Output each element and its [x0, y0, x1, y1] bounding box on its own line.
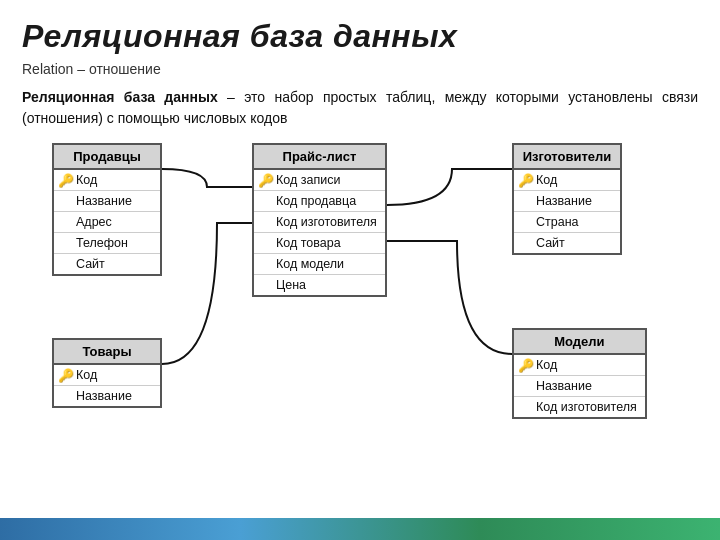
- table-prodavcy-header: Продавцы: [54, 145, 160, 170]
- modeli-row-1: Название: [514, 376, 645, 397]
- bottom-decorative-band: [0, 518, 720, 540]
- prodavcy-row-2: Адрес: [54, 212, 160, 233]
- izgotoviteli-row-3: Сайт: [514, 233, 620, 253]
- page-title: Реляционная база данных: [22, 18, 698, 55]
- table-tovary-header: Товары: [54, 340, 160, 365]
- tovary-row-1: Название: [54, 386, 160, 406]
- prayslist-row-3: Код товара: [254, 233, 385, 254]
- table-tovary: Товары 🔑 Код Название: [52, 338, 162, 408]
- table-prodavcy: Продавцы 🔑 Код Название Адрес Телефон Са…: [52, 143, 162, 276]
- table-prayslist: Прайс-лист 🔑 Код записи Код продавца Код…: [252, 143, 387, 297]
- prodavcy-row-1: Название: [54, 191, 160, 212]
- table-modeli-header: Модели: [514, 330, 645, 355]
- prodavcy-row-0: 🔑 Код: [54, 170, 160, 191]
- key-icon-prayslist: 🔑: [258, 173, 274, 188]
- tovary-row-0: 🔑 Код: [54, 365, 160, 386]
- izgotoviteli-row-2: Страна: [514, 212, 620, 233]
- prayslist-row-0: 🔑 Код записи: [254, 170, 385, 191]
- subtitle: Relation – отношение: [22, 61, 698, 77]
- izgotoviteli-row-0: 🔑 Код: [514, 170, 620, 191]
- modeli-row-2: Код изготовителя: [514, 397, 645, 417]
- table-izgotoviteli: Изготовители 🔑 Код Название Страна Сайт: [512, 143, 622, 255]
- table-modeli: Модели 🔑 Код Название Код изготовителя: [512, 328, 647, 419]
- tables-area: Продавцы 🔑 Код Название Адрес Телефон Са…: [22, 143, 702, 463]
- prodavcy-row-4: Сайт: [54, 254, 160, 274]
- izgotoviteli-row-1: Название: [514, 191, 620, 212]
- description-bold: Реляционная база данных: [22, 89, 218, 105]
- prayslist-row-2: Код изготовителя: [254, 212, 385, 233]
- description: Реляционная база данных – это набор прос…: [22, 87, 698, 129]
- table-izgotoviteli-header: Изготовители: [514, 145, 620, 170]
- prayslist-row-5: Цена: [254, 275, 385, 295]
- prodavcy-row-3: Телефон: [54, 233, 160, 254]
- prayslist-row-1: Код продавца: [254, 191, 385, 212]
- prayslist-row-4: Код модели: [254, 254, 385, 275]
- key-icon-modeli: 🔑: [518, 358, 534, 373]
- key-icon-tovary: 🔑: [58, 368, 74, 383]
- key-icon-izgotoviteli: 🔑: [518, 173, 534, 188]
- table-prayslist-header: Прайс-лист: [254, 145, 385, 170]
- key-icon-prodavcy: 🔑: [58, 173, 74, 188]
- modeli-row-0: 🔑 Код: [514, 355, 645, 376]
